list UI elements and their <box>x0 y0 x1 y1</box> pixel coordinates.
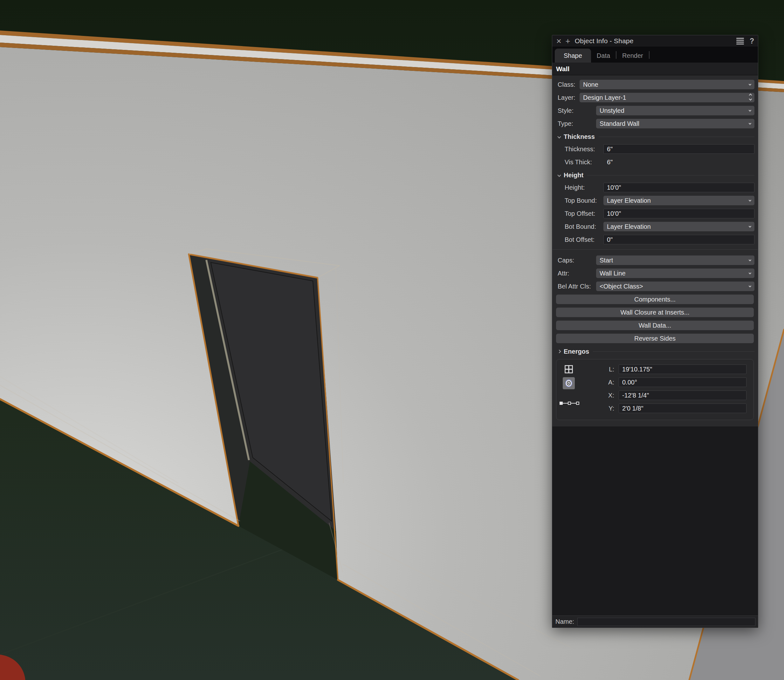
thickness-section-title: Thickness <box>564 133 595 140</box>
height-collapse-icon[interactable] <box>557 173 561 177</box>
x-row: X: -12'8 1/4" <box>605 390 746 400</box>
angle-row: A: 0.00° <box>605 378 746 387</box>
type-dropdown[interactable]: Standard Wall <box>596 119 754 128</box>
angle-value: 0.00° <box>622 379 637 386</box>
bel-attr-cls-value: <Object Class> <box>599 283 643 290</box>
angle-input[interactable]: 0.00° <box>619 378 746 387</box>
layer-dropdown[interactable]: Design Layer-1 <box>580 93 754 102</box>
height-input[interactable]: 10'0" <box>603 183 754 192</box>
caps-row: Caps: Start <box>555 255 754 265</box>
palette-tabs: Shape Data Render <box>552 47 758 63</box>
thickness-input[interactable]: 6" <box>603 144 754 154</box>
name-label: Name: <box>555 618 574 625</box>
length-input[interactable]: 19'10.175" <box>619 364 746 374</box>
x-input[interactable]: -12'8 1/4" <box>619 390 746 400</box>
x-value: -12'8 1/4" <box>622 392 649 399</box>
class-dropdown[interactable]: None <box>580 80 754 89</box>
attr-row: Attr: Wall Line <box>555 269 754 278</box>
components-button[interactable]: Components... <box>556 294 754 304</box>
style-label: Style: <box>555 107 596 114</box>
top-bound-value: Layer Elevation <box>607 197 651 204</box>
tab-shape[interactable]: Shape <box>555 49 591 63</box>
application-window: ✕ + Object Info - Shape ? Shape Data Ren… <box>0 0 784 680</box>
bot-offset-label: Bot Offset: <box>555 236 603 243</box>
energos-section-title: Energos <box>564 348 589 355</box>
vis-thick-value: 6" <box>603 159 754 166</box>
top-bound-row: Top Bound: Layer Elevation <box>555 196 754 205</box>
chevron-down-icon <box>749 285 751 287</box>
type-row: Type: Standard Wall <box>555 119 754 128</box>
wall-data-button[interactable]: Wall Data... <box>556 321 754 330</box>
thickness-row: Thickness: 6" <box>555 144 754 154</box>
tab-data[interactable]: Data <box>591 49 616 63</box>
menu-icon[interactable] <box>736 38 744 44</box>
height-row: Height: 10'0" <box>555 183 754 192</box>
y-row: Y: 2'0 1/8" <box>605 403 746 413</box>
y-label: Y: <box>605 405 619 412</box>
grid-mode-icon[interactable] <box>563 363 575 375</box>
top-offset-input[interactable]: 10'0" <box>603 209 754 218</box>
shape-form: Class: None Layer: Design Layer-1 Style:… <box>552 75 758 427</box>
bot-bound-dropdown[interactable]: Layer Elevation <box>603 222 754 231</box>
chevron-down-icon <box>749 272 751 274</box>
caps-dropdown[interactable]: Start <box>596 255 754 265</box>
style-row: Style: Unstyled <box>555 106 754 115</box>
reverse-sides-button[interactable]: Reverse Sides <box>556 334 754 343</box>
help-icon[interactable]: ? <box>750 37 754 46</box>
name-input[interactable] <box>577 618 756 626</box>
palette-title: Object Info - Shape <box>575 37 634 45</box>
height-label: Height: <box>555 184 603 191</box>
layer-value: Design Layer-1 <box>583 94 626 101</box>
bel-attr-cls-dropdown[interactable]: <Object Class> <box>596 282 754 291</box>
top-bound-label: Top Bound: <box>555 197 603 204</box>
caps-value: Start <box>599 257 613 264</box>
name-row: Name: <box>552 615 758 628</box>
length-row: L: 19'10.175" <box>605 364 746 374</box>
attr-value: Wall Line <box>599 270 626 277</box>
bot-bound-value: Layer Elevation <box>607 223 651 230</box>
geometry-box: L: 19'10.175" A: 0.00° X: -12'8 1/4" <box>556 359 754 420</box>
y-value: 2'0 1/8" <box>622 405 644 412</box>
tab-render[interactable]: Render <box>617 49 649 63</box>
bot-offset-input[interactable]: 0" <box>603 235 754 244</box>
height-section-title: Height <box>564 172 584 179</box>
close-icon[interactable]: ✕ <box>556 38 562 44</box>
height-value: 10'0" <box>607 184 621 191</box>
height-section-header: Height <box>555 170 754 180</box>
x-label: X: <box>605 392 619 399</box>
style-dropdown[interactable]: Unstyled <box>596 106 754 115</box>
bot-bound-row: Bot Bound: Layer Elevation <box>555 222 754 231</box>
caps-label: Caps: <box>555 257 596 264</box>
vis-thick-row: Vis Thick: 6" <box>555 157 754 167</box>
chevron-down-icon <box>749 83 751 85</box>
y-input[interactable]: 2'0 1/8" <box>619 403 746 413</box>
chevron-down-icon <box>749 109 751 112</box>
segment-mode-icon[interactable] <box>560 401 579 406</box>
length-value: 19'10.175" <box>622 366 652 373</box>
type-value: Standard Wall <box>599 120 639 128</box>
palette-empty-area <box>552 427 758 615</box>
rotation-mode-icon[interactable] <box>563 377 575 389</box>
class-value: None <box>583 81 598 88</box>
chevron-down-icon <box>749 199 751 201</box>
energos-section-header: Energos <box>555 347 754 356</box>
palette-titlebar: ✕ + Object Info - Shape ? <box>552 35 758 47</box>
top-offset-row: Top Offset: 10'0" <box>555 209 754 218</box>
add-icon[interactable]: + <box>566 37 570 45</box>
thickness-collapse-icon[interactable] <box>557 135 561 138</box>
attr-dropdown[interactable]: Wall Line <box>596 269 754 278</box>
chevron-updown-icon <box>749 94 752 100</box>
chevron-down-icon <box>749 122 751 124</box>
vis-thick-label: Vis Thick: <box>555 159 603 166</box>
wall-closure-button[interactable]: Wall Closure at Inserts... <box>556 308 754 317</box>
energos-expand-icon[interactable] <box>557 349 561 353</box>
top-offset-value: 10'0" <box>607 210 621 217</box>
bel-attr-cls-label: Bel Attr Cls: <box>555 283 596 290</box>
layer-row: Layer: Design Layer-1 <box>555 93 754 102</box>
class-row: Class: None <box>555 80 754 89</box>
bel-attr-cls-row: Bel Attr Cls: <Object Class> <box>555 282 754 291</box>
object-type-label: Wall <box>556 65 569 73</box>
top-bound-dropdown[interactable]: Layer Elevation <box>603 196 754 205</box>
chevron-down-icon <box>749 259 751 261</box>
section-divider <box>599 137 754 137</box>
